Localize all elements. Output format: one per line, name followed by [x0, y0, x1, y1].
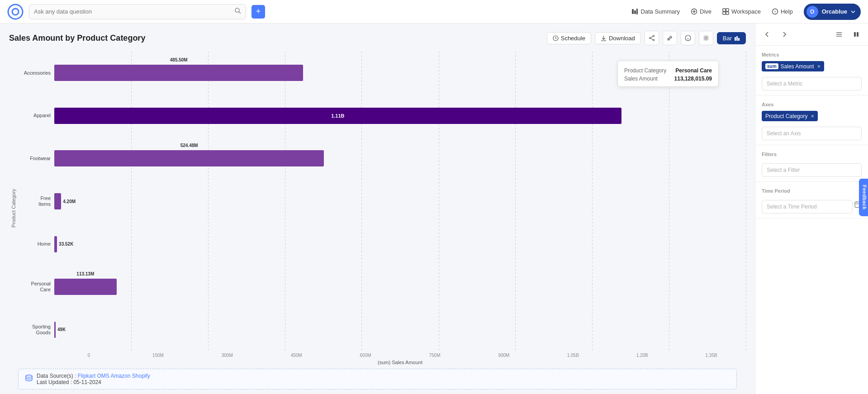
add-button[interactable]: + [251, 5, 265, 19]
time-period-section: Time Period Select a Time Period [755, 182, 868, 218]
bar-value: 485.50M [170, 57, 188, 62]
tooltip-row: Sales Amount 113,128,015.09 [624, 76, 712, 82]
x-tick: 900M [469, 353, 538, 358]
metrics-remove-icon[interactable]: × [817, 63, 821, 70]
svg-rect-5 [634, 10, 636, 14]
chevron-down-icon [851, 10, 855, 13]
gridline [746, 52, 746, 351]
x-axis-label: (sum) Sales Amount [18, 360, 746, 365]
bar-row: Home 33.52K [18, 223, 746, 266]
tooltip-key: Sales Amount [624, 76, 658, 82]
schedule-button[interactable]: Schedule [547, 32, 591, 44]
tooltip-key: Product Category [624, 67, 666, 74]
svg-rect-10 [723, 12, 726, 14]
svg-rect-32 [854, 32, 856, 37]
panel-forward-button[interactable] [777, 27, 792, 42]
svg-point-18 [649, 38, 650, 39]
user-avatar: O [806, 6, 818, 18]
x-tick: 600M [331, 353, 400, 358]
svg-rect-11 [726, 12, 729, 14]
bar-label: Home [18, 241, 54, 247]
nav-data-summary[interactable]: Data Summary [631, 8, 680, 15]
bar-label: PersonalCare [18, 281, 54, 293]
info-icon: i [685, 35, 691, 41]
svg-point-16 [653, 35, 654, 37]
x-tick: 1.20B [607, 353, 677, 358]
flipkart-link[interactable]: Flipkart [78, 373, 95, 379]
bar-fill: 524.48M [54, 150, 324, 166]
app-logo[interactable] [7, 4, 24, 20]
metrics-section: Metrics sum Sales Amount × Select a Metr… [755, 46, 868, 95]
panel-list-button[interactable] [832, 27, 846, 42]
panel-back-button[interactable] [760, 27, 774, 42]
nav-help[interactable]: ? Help [772, 8, 793, 15]
time-period-title: Time Period [762, 188, 862, 194]
amazon-link[interactable]: Amazon [110, 373, 130, 379]
pin-icon [667, 35, 673, 41]
clock-icon [553, 35, 559, 41]
x-axis: 0 150M 300M 450M 600M 750M 900M 1.05B 1.… [18, 353, 746, 358]
filters-title: Filters [762, 152, 862, 157]
download-button[interactable]: Download [595, 32, 641, 44]
svg-rect-27 [738, 38, 740, 41]
search-bar[interactable] [29, 4, 246, 19]
pause-icon [853, 31, 859, 38]
shopify-link[interactable]: Shopify [132, 373, 150, 379]
svg-rect-9 [726, 9, 729, 11]
chart-plot: Accessories 485.50M Apparel [18, 52, 746, 365]
nav-links: Data Summary Dive Workspace ? Help O Orc… [631, 4, 861, 20]
time-period-select[interactable]: Select a Time Period [762, 200, 853, 214]
bar-track: 33.52K [54, 236, 746, 252]
share-icon [649, 35, 655, 41]
x-tick: 150M [123, 353, 193, 358]
bar-value: 1.11B [331, 113, 344, 119]
bar-track: 524.48M [54, 150, 746, 166]
svg-point-24 [705, 37, 707, 39]
axes-section: Axes Product Category × Select an Axis [755, 95, 868, 145]
search-icon[interactable] [235, 8, 241, 15]
bar-chart-button[interactable]: Bar [717, 32, 746, 44]
search-input[interactable] [34, 8, 235, 15]
metrics-title: Metrics [762, 52, 862, 57]
nav-dive[interactable]: Dive [691, 8, 711, 15]
x-tick: 750M [400, 353, 470, 358]
bar-fill [54, 193, 61, 209]
right-panel: Metrics sum Sales Amount × Select a Metr… [755, 24, 868, 394]
bar-row: FreeItems 4.20M [18, 180, 746, 223]
bar-label: Footwear [18, 156, 54, 161]
feedback-tab[interactable]: Feedback [859, 178, 868, 216]
tooltip: Product Category Personal Care Sales Amo… [617, 61, 719, 87]
filters-select[interactable]: Select a Filter [762, 163, 862, 177]
bar-label: SportingGoods [18, 324, 54, 336]
svg-line-19 [650, 36, 653, 38]
pin-button[interactable] [663, 31, 677, 45]
gear-icon [703, 35, 709, 41]
metrics-tag: sum Sales Amount × [762, 61, 824, 71]
bar-label: Accessories [18, 70, 54, 76]
tooltip-val: 113,128,015.09 [674, 76, 712, 82]
download-icon [601, 35, 607, 41]
svg-line-20 [650, 38, 653, 40]
axes-remove-icon[interactable]: × [811, 113, 814, 119]
axes-select[interactable]: Select an Axis [762, 127, 862, 140]
main-area: Sales Amount by Product Category Schedul… [0, 24, 868, 394]
svg-point-0 [8, 5, 23, 19]
user-menu[interactable]: O Orcablue [804, 4, 861, 20]
panel-pause-button[interactable] [849, 27, 863, 42]
tooltip-val: Personal Care [675, 67, 712, 74]
bar-value: 49K [57, 327, 66, 332]
panel-nav [755, 24, 868, 46]
info-button[interactable]: i [681, 31, 695, 45]
x-tick: 450M [262, 353, 331, 358]
share-button[interactable] [645, 31, 659, 45]
bar-track: 1.11B [54, 108, 746, 124]
metrics-select[interactable]: Select a Metric [762, 77, 862, 90]
svg-rect-33 [857, 32, 859, 37]
oms-link[interactable]: OMS [97, 373, 109, 379]
bar-track: 49K [54, 322, 746, 338]
axes-tag: Product Category × [762, 111, 818, 121]
bar-track: 4.20M [54, 193, 746, 209]
database-icon [25, 374, 33, 384]
settings-button[interactable] [699, 31, 713, 45]
nav-workspace[interactable]: Workspace [722, 8, 761, 15]
